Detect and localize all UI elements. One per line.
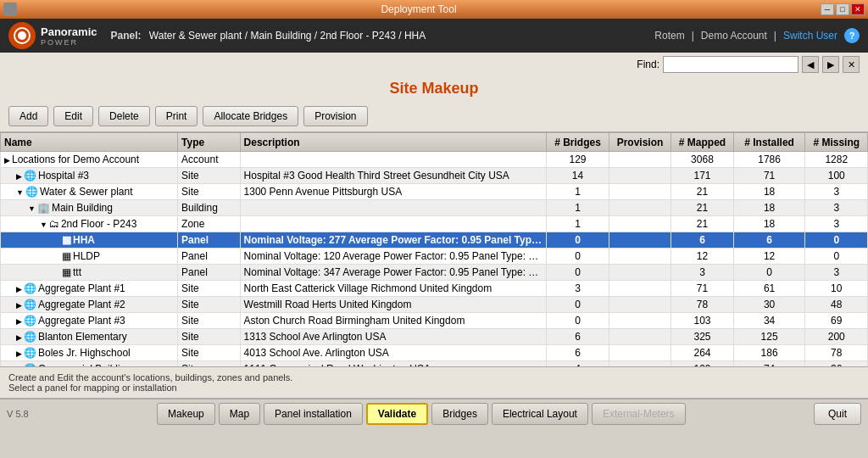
table-row[interactable]: ▦HLDPPanelNominal Voltage: 120 Average P… — [1, 249, 868, 265]
tree-expand-icon[interactable]: ▶ — [16, 366, 22, 367]
table-row[interactable]: ▶🌐Boles Jr. HighschoolSite4013 School Av… — [1, 345, 868, 361]
tree-expand-icon[interactable]: ▼ — [16, 188, 24, 197]
print-button[interactable]: Print — [155, 106, 198, 126]
cell-desc: 1111 Commerical Road Washington USA — [240, 361, 547, 368]
maximize-button[interactable]: □ — [836, 3, 849, 15]
tree-expand-icon[interactable]: ▶ — [16, 301, 22, 310]
table-row[interactable]: ▶🌐Commercial BuildingSite1111 Commerical… — [1, 361, 868, 368]
cell-installed: 74 — [733, 361, 805, 368]
table-row[interactable]: ▶🌐Aggregate Plant #2SiteWestmill Road He… — [1, 297, 868, 313]
cell-bridges: 4 — [547, 361, 609, 368]
cell-type: Site — [178, 297, 240, 313]
table-row[interactable]: ▶🌐Hospital #3SiteHospital #3 Good Health… — [1, 168, 868, 184]
page-title-area: Site Makeup — [0, 76, 868, 103]
edit-button[interactable]: Edit — [53, 106, 93, 126]
tree-expand-icon[interactable]: ▶ — [16, 285, 22, 293]
cell-desc: 1300 Penn Avenue Pittsburgh USA — [240, 184, 547, 200]
help-button[interactable]: ? — [844, 28, 860, 43]
cell-missing: 78 — [805, 345, 868, 361]
cell-missing: 3 — [805, 216, 868, 232]
table-row[interactable]: ▼🏢Main BuildingBuilding121183 — [1, 200, 868, 216]
node-name: Water & Sewer plant — [40, 186, 133, 198]
minimize-button[interactable]: ─ — [821, 3, 834, 15]
cell-desc — [240, 216, 547, 232]
site-makeup-table: Name Type Description # Bridges Provisio… — [0, 132, 868, 367]
tree-expand-icon[interactable]: ▶ — [16, 349, 22, 358]
cell-installed: 61 — [733, 281, 805, 297]
quit-button[interactable]: Quit — [814, 403, 861, 425]
cell-provision — [609, 329, 670, 345]
node-name: 2nd Floor - P243 — [61, 218, 136, 230]
cell-provision — [609, 249, 670, 265]
cell-mapped: 264 — [671, 345, 733, 361]
tree-expand-icon[interactable]: ▶ — [16, 172, 22, 181]
provision-button[interactable]: Provision — [303, 106, 367, 126]
cell-installed: 1786 — [733, 152, 805, 168]
cell-provision — [609, 345, 670, 361]
node-name: Commercial Building — [38, 363, 131, 367]
table-row[interactable]: ▶🌐Blanton ElementarySite1313 School Ave … — [1, 329, 868, 345]
cell-installed: 18 — [733, 200, 805, 216]
col-header-name: Name — [1, 133, 178, 152]
user-name: Rotem — [654, 30, 684, 42]
bottom-tab-makeup[interactable]: Makeup — [157, 403, 215, 425]
col-header-bridges: # Bridges — [547, 133, 609, 152]
delete-button[interactable]: Delete — [98, 106, 150, 126]
table-header-row: Name Type Description # Bridges Provisio… — [1, 133, 868, 152]
node-icon: 🌐 — [24, 315, 36, 327]
cell-missing: 100 — [805, 168, 868, 184]
cell-name: ▶🌐Aggregate Plant #1 — [1, 281, 178, 297]
bottom-tab-panel-installation[interactable]: Panel installation — [264, 403, 363, 425]
add-button[interactable]: Add — [8, 106, 48, 126]
tree-expand-icon[interactable]: ▼ — [40, 221, 47, 229]
find-next-button[interactable]: ▶ — [822, 56, 839, 73]
cell-bridges: 1 — [547, 184, 609, 200]
cell-bridges: 6 — [547, 345, 609, 361]
table-row[interactable]: ▦tttPanelNominal Voltage: 347 Average Po… — [1, 265, 868, 281]
bottom-tab-validate[interactable]: Validate — [366, 403, 428, 425]
logo-area: Panoramic POWER Panel: Water & Sewer pla… — [8, 22, 426, 49]
cell-installed: 6 — [733, 232, 805, 249]
cell-missing: 26 — [805, 361, 868, 368]
switch-user-link[interactable]: Switch User — [783, 30, 837, 42]
cell-name: ▶🌐Boles Jr. Highschool — [1, 345, 178, 361]
tree-expand-icon[interactable]: ▶ — [16, 333, 22, 342]
tree-expand-icon[interactable]: ▶ — [16, 317, 22, 326]
table-row[interactable]: ▼🌐Water & Sewer plantSite1300 Penn Avenu… — [1, 184, 868, 200]
cell-provision — [609, 200, 670, 216]
cell-missing: 1282 — [805, 152, 868, 168]
find-input[interactable] — [663, 56, 798, 73]
bottom-tab-map[interactable]: Map — [219, 403, 260, 425]
table-row[interactable]: ▶🌐Aggregate Plant #3SiteAston Church Roa… — [1, 313, 868, 329]
node-name: Main Building — [52, 202, 113, 214]
tree-expand-icon[interactable]: ▶ — [4, 156, 10, 165]
node-icon: 🌐 — [24, 347, 36, 359]
logo-icon — [8, 22, 36, 49]
find-clear-button[interactable]: ✕ — [843, 56, 860, 73]
table-row[interactable]: ▶🌐Aggregate Plant #1SiteNorth East Catte… — [1, 281, 868, 297]
cell-missing: 3 — [805, 265, 868, 281]
bottom-tab-electrical-layout[interactable]: Electrical Layout — [492, 403, 588, 425]
node-name: Aggregate Plant #3 — [38, 315, 125, 327]
table-row[interactable]: ▦HHAPanelNominal Voltage: 277 Average Po… — [1, 232, 868, 249]
cell-bridges: 14 — [547, 168, 609, 184]
table-row[interactable]: ▶Locations for Demo AccountAccount129306… — [1, 152, 868, 168]
cell-desc: Nominal Voltage: 120 Average Power Facto… — [240, 249, 547, 265]
find-prev-button[interactable]: ◀ — [802, 56, 819, 73]
table-row[interactable]: ▼🗂2nd Floor - P243Zone121183 — [1, 216, 868, 232]
separator2: | — [774, 30, 776, 42]
node-name: Aggregate Plant #1 — [38, 282, 125, 294]
cell-name: ▼🌐Water & Sewer plant — [1, 184, 178, 200]
cell-type: Panel — [178, 232, 240, 249]
cell-name: ▶🌐Aggregate Plant #3 — [1, 313, 178, 329]
cell-installed: 0 — [733, 265, 805, 281]
allocate-bridges-button[interactable]: Allocate Bridges — [203, 106, 298, 126]
node-name: Locations for Demo Account — [12, 154, 139, 165]
cell-desc: Aston Church Road Birmingham United King… — [240, 313, 547, 329]
bottom-tab-bridges[interactable]: Bridges — [431, 403, 488, 425]
close-button[interactable]: ✕ — [851, 3, 865, 15]
status-bar: Create and Edit the account's locations,… — [0, 367, 868, 398]
tree-expand-icon[interactable]: ▼ — [28, 204, 36, 213]
cell-mapped: 71 — [671, 281, 733, 297]
cell-mapped: 12 — [671, 249, 733, 265]
